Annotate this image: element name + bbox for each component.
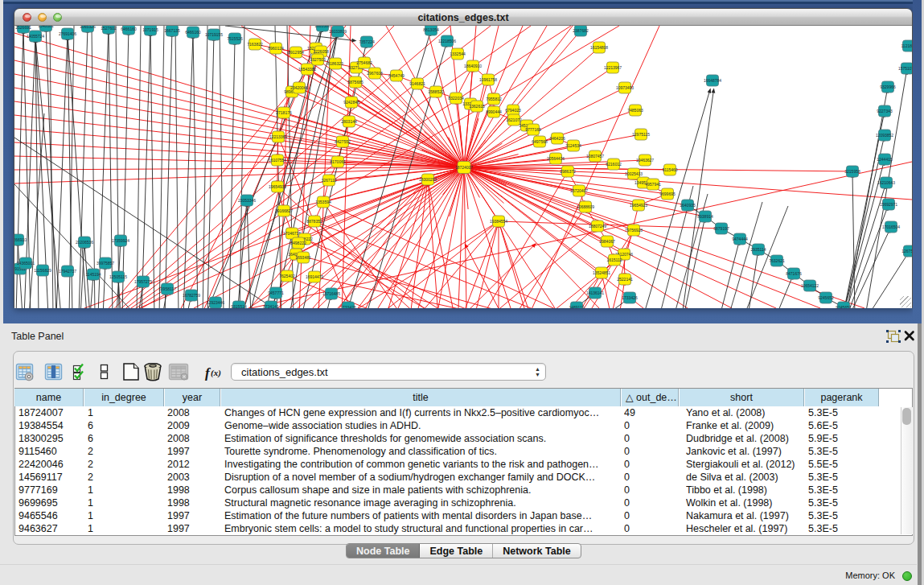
- svg-text:9227343: 9227343: [877, 109, 893, 113]
- svg-text:16033809: 16033809: [329, 29, 347, 34]
- svg-text:6466160: 6466160: [121, 27, 137, 31]
- svg-text:9115460: 9115460: [662, 167, 677, 172]
- svg-text:1267534: 1267534: [901, 249, 912, 253]
- svg-text:12093852: 12093852: [876, 133, 893, 138]
- svg-text:20206536: 20206536: [76, 240, 93, 245]
- svg-text:8454749: 8454749: [388, 73, 405, 78]
- svg-text:9245652: 9245652: [818, 295, 834, 300]
- svg-text:6497568: 6497568: [532, 139, 548, 144]
- svg-text:9329966: 9329966: [880, 84, 896, 89]
- svg-text:3215958: 3215958: [844, 169, 860, 174]
- svg-text:3267110: 3267110: [321, 178, 336, 183]
- svg-text:8912954: 8912954: [288, 50, 304, 55]
- svg-text:12213967: 12213967: [604, 65, 622, 70]
- svg-text:1733426: 1733426: [340, 305, 356, 308]
- svg-text:8427552: 8427552: [335, 139, 351, 144]
- svg-text:1065326: 1065326: [80, 26, 96, 29]
- svg-text:17046738: 17046738: [283, 231, 301, 236]
- svg-text:9699695: 9699695: [659, 192, 676, 196]
- svg-text:11156829: 11156829: [34, 268, 51, 273]
- svg-text:18300293: 18300293: [419, 177, 437, 182]
- svg-text:16210643: 16210643: [877, 180, 895, 185]
- svg-text:16914479: 16914479: [306, 274, 323, 279]
- svg-text:9327503: 9327503: [310, 57, 326, 62]
- svg-text:2387682: 2387682: [573, 28, 589, 33]
- svg-text:9457771: 9457771: [268, 290, 284, 295]
- svg-text:6466160: 6466160: [185, 30, 201, 35]
- svg-text:15716485: 15716485: [322, 291, 340, 296]
- svg-text:9146821: 9146821: [409, 81, 425, 86]
- svg-text:9315514: 9315514: [231, 304, 247, 308]
- svg-text:23053346: 23053346: [238, 198, 256, 203]
- svg-text:5875685: 5875685: [347, 80, 363, 84]
- svg-text:1667135: 1667135: [164, 28, 180, 33]
- svg-text:12213369: 12213369: [269, 134, 287, 139]
- svg-text:15720407: 15720407: [570, 188, 588, 193]
- svg-text:18807249: 18807249: [589, 224, 606, 229]
- svg-text:7955812: 7955812: [486, 97, 502, 101]
- svg-text:7625402: 7625402: [279, 274, 295, 278]
- svg-text:10958117: 10958117: [158, 286, 176, 291]
- svg-text:1588520: 1588520: [428, 89, 444, 94]
- svg-text:19166827: 19166827: [275, 208, 293, 213]
- svg-text:17359924: 17359924: [112, 238, 129, 243]
- svg-text:7632621: 7632621: [769, 258, 785, 263]
- svg-text:13524851: 13524851: [593, 270, 610, 275]
- svg-text:16782759: 16782759: [183, 293, 200, 298]
- svg-text:1621072: 1621072: [506, 117, 522, 122]
- svg-text:8734141: 8734141: [263, 304, 279, 308]
- svg-text:14365001: 14365001: [17, 261, 35, 266]
- svg-text:10654122: 10654122: [801, 283, 819, 288]
- svg-text:3464206: 3464206: [549, 136, 565, 141]
- svg-text:1548081: 1548081: [38, 26, 54, 28]
- svg-text:3226058: 3226058: [313, 49, 329, 54]
- svg-text:14055724: 14055724: [27, 34, 44, 39]
- svg-text:2526691: 2526691: [15, 26, 31, 30]
- svg-text:1244415: 1244415: [877, 157, 893, 162]
- svg-text:8938914: 8938914: [697, 214, 713, 219]
- svg-text:10025433: 10025433: [625, 171, 643, 176]
- svg-text:19654933: 19654933: [269, 184, 286, 189]
- svg-text:2803144: 2803144: [341, 119, 357, 124]
- svg-text:1603380: 1603380: [314, 26, 331, 28]
- svg-text:16648784: 16648784: [704, 78, 721, 83]
- svg-text:1489119: 1489119: [569, 305, 584, 308]
- svg-text:2935114: 2935114: [750, 247, 766, 252]
- svg-text:12923446: 12923446: [207, 300, 224, 305]
- svg-text:79756928: 79756928: [625, 228, 643, 233]
- svg-text:1145194: 1145194: [85, 272, 101, 277]
- svg-text:1071915: 1071915: [142, 27, 158, 32]
- svg-text:9777169: 9777169: [525, 127, 541, 132]
- svg-text:8322034: 8322034: [448, 96, 464, 101]
- svg-text:7357224: 7357224: [359, 39, 375, 44]
- svg-text:1615112: 1615112: [606, 257, 622, 262]
- svg-text:6879197: 6879197: [713, 226, 729, 231]
- svg-text:8878352: 8878352: [306, 219, 322, 224]
- svg-text:7515526: 7515526: [227, 36, 243, 41]
- svg-text:16107554: 16107554: [269, 158, 286, 163]
- svg-text:10719155: 10719155: [205, 32, 223, 37]
- svg-text:17942737: 17942737: [59, 269, 76, 274]
- svg-text:16154808: 16154808: [590, 45, 608, 50]
- svg-text:10688609: 10688609: [577, 204, 594, 209]
- svg-text:15751074: 15751074: [898, 66, 912, 71]
- svg-text:2718176: 2718176: [276, 110, 292, 115]
- svg-text:7485063: 7485063: [627, 108, 643, 113]
- svg-text:12218506: 12218506: [438, 39, 456, 43]
- svg-text:9245651: 9245651: [836, 305, 852, 308]
- svg-text:16543382: 16543382: [298, 67, 316, 72]
- svg-text:(x): (x): [211, 368, 221, 378]
- svg-text:7163822: 7163822: [247, 42, 263, 47]
- svg-text:10961758: 10961758: [479, 77, 497, 82]
- svg-text:1332544: 1332544: [450, 51, 466, 56]
- svg-text:17016504: 17016504: [882, 225, 900, 229]
- svg-text:2986372: 2986372: [560, 169, 576, 174]
- svg-text:6216012: 6216012: [606, 162, 622, 167]
- svg-text:8498222: 8498222: [290, 241, 306, 245]
- svg-text:8186323: 8186323: [327, 61, 343, 66]
- svg-text:2754682: 2754682: [356, 60, 372, 65]
- svg-text:1362615: 1362615: [469, 104, 485, 109]
- svg-text:8990444: 8990444: [486, 109, 502, 114]
- svg-text:15692971: 15692971: [880, 202, 897, 207]
- svg-text:9474444: 9474444: [732, 237, 748, 241]
